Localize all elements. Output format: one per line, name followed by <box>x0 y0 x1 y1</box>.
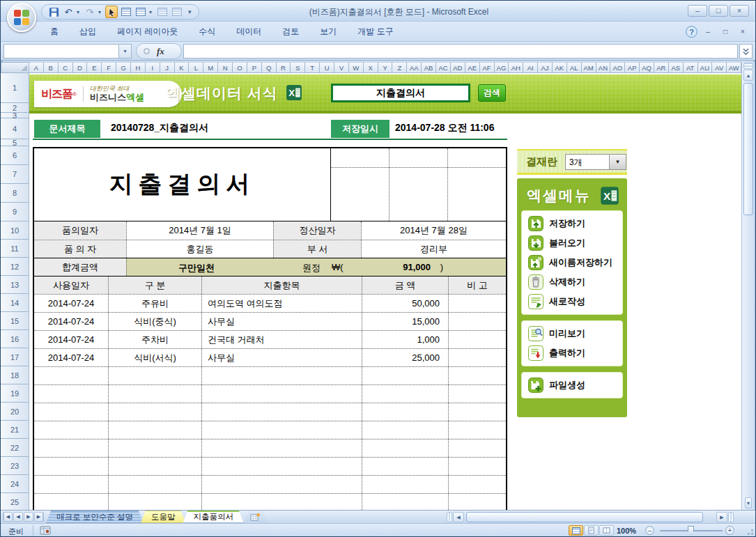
row-header-10[interactable]: 10 <box>1 221 29 240</box>
items-cell[interactable] <box>362 439 448 457</box>
column-header-AN[interactable]: AN <box>596 62 611 73</box>
office-button[interactable] <box>7 3 36 32</box>
row-header-4[interactable]: 4 <box>1 118 29 139</box>
items-cell[interactable]: 2014-07-24 <box>34 349 108 366</box>
items-cell[interactable] <box>448 313 506 330</box>
items-cell[interactable] <box>108 458 201 475</box>
minimize-button[interactable]: – <box>688 5 707 17</box>
column-header-T[interactable]: T <box>305 62 320 73</box>
row-header-24[interactable]: 24 <box>1 475 29 493</box>
column-header-V[interactable]: V <box>334 62 349 73</box>
search-button[interactable]: 검색 <box>478 84 506 102</box>
row-header-3[interactable]: 3 <box>1 113 29 118</box>
workbook-restore-button[interactable]: □ <box>718 27 732 37</box>
items-cell[interactable]: 주유비 <box>108 295 201 312</box>
items-cell[interactable] <box>448 385 506 403</box>
ribbon-tab-보기[interactable]: 보기 <box>309 22 347 42</box>
column-header-P[interactable]: P <box>247 62 262 73</box>
row-header-16[interactable]: 16 <box>1 330 29 348</box>
column-header-AD[interactable]: AD <box>451 62 465 73</box>
items-cell[interactable]: 식비(서식) <box>108 349 201 366</box>
items-cell[interactable] <box>448 367 506 384</box>
row-header-25[interactable]: 25 <box>1 493 29 510</box>
items-cell[interactable] <box>108 367 201 384</box>
menu-button-미리보기[interactable]: 미리보기 <box>522 324 622 343</box>
column-header-G[interactable]: G <box>116 62 131 73</box>
items-cell[interactable]: 1,000 <box>362 331 448 348</box>
horizontal-scrollbar[interactable]: ◀ ▶ <box>447 512 734 522</box>
row-header-20[interactable]: 20 <box>1 403 29 421</box>
items-cell[interactable] <box>34 494 108 510</box>
items-cell[interactable] <box>448 458 506 475</box>
items-cell[interactable] <box>34 367 108 384</box>
redo-icon[interactable]: ↷ <box>84 6 96 18</box>
scroll-down-icon[interactable]: ▼ <box>745 497 752 508</box>
insert-function-button[interactable]: fx <box>136 43 182 59</box>
items-cell[interactable] <box>34 421 108 439</box>
column-header-AI[interactable]: AI <box>523 62 538 73</box>
column-header-AV[interactable]: AV <box>712 62 727 73</box>
sheet-tab-지출품의서[interactable]: 지출품의서 <box>183 511 244 523</box>
column-header-AH[interactable]: AH <box>509 62 523 73</box>
items-cell[interactable]: 식비(중식) <box>108 313 201 330</box>
scroll-left-icon[interactable]: ◀ <box>453 512 464 522</box>
column-header-J[interactable]: J <box>160 62 175 73</box>
resize-grip[interactable] <box>745 527 753 535</box>
column-header-H[interactable]: H <box>131 62 146 73</box>
items-cell[interactable] <box>108 476 201 493</box>
items-cell[interactable]: 주차비 <box>108 331 201 348</box>
column-header-AO[interactable]: AO <box>610 62 625 73</box>
split-handle[interactable] <box>743 63 753 69</box>
column-header-AB[interactable]: AB <box>422 62 436 73</box>
column-header-C[interactable]: C <box>59 62 73 73</box>
items-cell[interactable]: 25,000 <box>362 349 448 366</box>
row-header-22[interactable]: 22 <box>1 439 29 457</box>
row-header-8[interactable]: 8 <box>1 184 29 203</box>
items-cell[interactable] <box>362 458 448 475</box>
items-cell[interactable] <box>362 476 448 493</box>
items-cell[interactable] <box>201 494 362 510</box>
row-header-7[interactable]: 7 <box>1 165 29 184</box>
column-header-AG[interactable]: AG <box>495 62 509 73</box>
row-header-14[interactable]: 14 <box>1 294 29 312</box>
column-header-AT[interactable]: AT <box>684 62 698 73</box>
column-header-AF[interactable]: AF <box>480 62 495 73</box>
select-pointer-icon[interactable] <box>105 6 118 18</box>
ribbon-tab-홈[interactable]: 홈 <box>40 22 69 42</box>
row-header-11[interactable]: 11 <box>1 240 29 258</box>
column-header-AP[interactable]: AP <box>625 62 640 73</box>
items-cell[interactable] <box>34 476 108 493</box>
column-header-AK[interactable]: AK <box>553 62 567 73</box>
select-all-corner[interactable] <box>1 62 29 73</box>
row-header-1[interactable]: 1 <box>1 73 29 103</box>
ribbon-tab-페이지 레이아웃[interactable]: 페이지 레이아웃 <box>107 22 188 42</box>
items-cell[interactable]: 2014-07-24 <box>34 295 108 312</box>
items-cell[interactable]: 15,000 <box>362 313 448 330</box>
items-cell[interactable] <box>362 421 448 439</box>
row-header-5[interactable]: 5 <box>1 139 29 146</box>
ribbon-tab-데이터[interactable]: 데이터 <box>226 22 272 42</box>
sheet-tab-매크로 보안수준 설명[interactable]: 매크로 보안수준 설명 <box>46 511 144 523</box>
items-cell[interactable] <box>448 439 506 457</box>
items-cell[interactable] <box>201 403 362 421</box>
formula-bar-expand-icon[interactable] <box>739 44 753 59</box>
row-header-23[interactable]: 23 <box>1 457 29 475</box>
items-cell[interactable]: 50,000 <box>362 295 448 312</box>
split-handle[interactable] <box>447 512 452 522</box>
items-cell[interactable]: 건국대 거래처 <box>201 331 362 348</box>
normal-view-icon[interactable] <box>569 525 583 536</box>
items-cell[interactable] <box>201 385 362 403</box>
column-header-M[interactable]: M <box>203 62 218 73</box>
row-header-6[interactable]: 6 <box>1 146 29 165</box>
column-header-AM[interactable]: AM <box>582 62 596 73</box>
combo-arrow-icon[interactable]: ▼ <box>609 155 626 169</box>
ribbon-tab-검토[interactable]: 검토 <box>272 22 309 42</box>
undo-dropdown-icon[interactable]: ▾ <box>77 9 82 15</box>
scroll-right-icon[interactable]: ▶ <box>716 512 727 522</box>
workbook-minimize-button[interactable]: – <box>701 27 715 37</box>
zoom-out-icon[interactable]: – <box>645 526 654 535</box>
row-header-15[interactable]: 15 <box>1 312 29 330</box>
zoom-slider-thumb[interactable] <box>688 526 694 535</box>
column-header-Y[interactable]: Y <box>378 62 393 73</box>
row-header-21[interactable]: 21 <box>1 421 29 439</box>
